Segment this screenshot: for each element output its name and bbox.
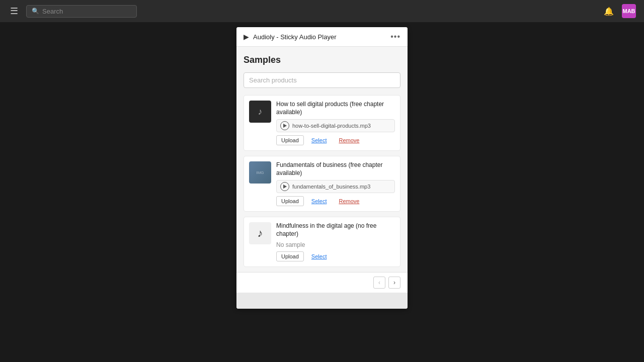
play-button-2[interactable] [280, 182, 289, 191]
bell-icon[interactable]: 🔔 [602, 4, 616, 18]
pagination-bar: ‹ › [236, 272, 408, 293]
product-thumb-1: ♪ [249, 101, 271, 123]
samples-heading: Samples [244, 55, 400, 65]
product-name-3: Mindfulness in the digital age (no free … [276, 222, 395, 238]
product-item: IMG Fundamentals of business (free chapt… [244, 156, 400, 212]
pagination-next-button[interactable]: › [388, 277, 400, 289]
product-thumb-3: ♪ [249, 222, 271, 244]
product-info-1: How to sell digital products (free chapt… [276, 101, 395, 145]
remove-button-1[interactable]: Remove [334, 135, 364, 145]
play-triangle-2 [283, 185, 287, 189]
product-thumb-2: IMG [249, 161, 271, 184]
avatar[interactable]: MAB [622, 4, 636, 18]
music-icon-1: ♪ [258, 107, 263, 117]
music-icon-3: ♪ [258, 227, 263, 240]
panel: ▶ Audioly - Sticky Audio Player ••• Samp… [236, 27, 408, 309]
product-item: ♪ Mindfulness in the digital age (no fre… [244, 217, 400, 266]
menu-icon[interactable]: ☰ [8, 6, 20, 17]
panel-header-left: ▶ Audioly - Sticky Audio Player [244, 33, 336, 41]
panel-body: Samples ♪ How to sell digital products (… [236, 47, 408, 267]
pagination-prev-button[interactable]: ‹ [373, 277, 385, 289]
search-icon-top: 🔍 [32, 8, 39, 15]
action-buttons-3: Upload Select [276, 251, 395, 261]
audio-row-1: how-to-sell-digital-products.mp3 [276, 119, 395, 132]
panel-options-button[interactable]: ••• [390, 32, 400, 41]
panel-header: ▶ Audioly - Sticky Audio Player ••• [236, 27, 408, 47]
topbar-search-input[interactable] [42, 8, 131, 15]
product-name-1: How to sell digital products (free chapt… [276, 101, 395, 116]
panel-play-icon: ▶ [244, 33, 249, 41]
action-buttons-2: Upload Select Remove [276, 196, 395, 206]
audio-filename-1: how-to-sell-digital-products.mp3 [292, 123, 371, 129]
topbar: ☰ 🔍 🔔 MAB [0, 0, 644, 22]
play-triangle-1 [283, 124, 287, 128]
audio-filename-2: fundamentals_of_business.mp3 [292, 184, 370, 190]
upload-button-3[interactable]: Upload [276, 251, 304, 261]
select-button-2[interactable]: Select [307, 196, 332, 206]
product-name-2: Fundamentals of business (free chapter a… [276, 161, 395, 177]
topbar-search-box[interactable]: 🔍 [26, 5, 137, 18]
main-area: ▶ Audioly - Sticky Audio Player ••• Samp… [0, 22, 644, 362]
select-button-3[interactable]: Select [307, 251, 332, 261]
product-info-2: Fundamentals of business (free chapter a… [276, 161, 395, 206]
search-products-input[interactable] [244, 72, 400, 88]
select-button-1[interactable]: Select [307, 135, 332, 145]
upload-button-2[interactable]: Upload [276, 196, 304, 206]
thumb-img-2: IMG [256, 170, 264, 175]
product-item: ♪ How to sell digital products (free cha… [244, 95, 400, 151]
no-sample-text-3: No sample [276, 241, 395, 248]
upload-button-1[interactable]: Upload [276, 135, 304, 145]
action-buttons-1: Upload Select Remove [276, 135, 395, 145]
product-info-3: Mindfulness in the digital age (no free … [276, 222, 395, 261]
play-button-1[interactable] [280, 121, 289, 130]
panel-title: Audioly - Sticky Audio Player [253, 33, 336, 41]
bottom-area [236, 293, 408, 309]
remove-button-2[interactable]: Remove [334, 196, 364, 206]
audio-row-2: fundamentals_of_business.mp3 [276, 180, 395, 193]
